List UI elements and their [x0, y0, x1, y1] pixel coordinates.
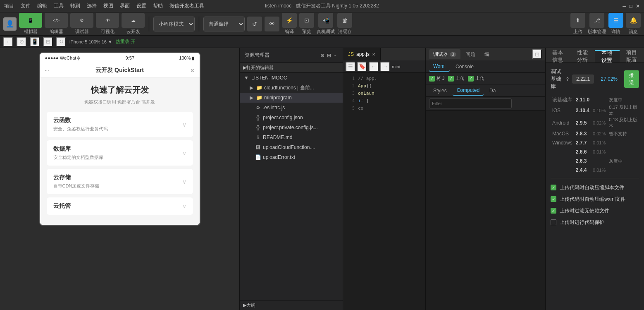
menu-item-file[interactable]: 文件	[21, 2, 31, 10]
checkbox-item-1[interactable]: ✓	[551, 196, 556, 202]
hot-reload-toggle[interactable]: 热重载 开	[116, 38, 135, 45]
menu-item-select[interactable]: 选择	[87, 2, 97, 10]
menu-item-help[interactable]: 帮助	[153, 2, 163, 10]
checkbox-0[interactable]: ✓	[429, 76, 435, 82]
qr-btn[interactable]: ⊡	[299, 13, 314, 28]
tablet-btn[interactable]: ⊟	[43, 37, 53, 47]
tab-basic-info[interactable]: 基本信息	[546, 50, 570, 62]
more-icon[interactable]: ···	[334, 53, 338, 58]
tree-item-cloudfunctions[interactable]: ▶ 📁 cloudfunctions | 当前...	[240, 83, 343, 93]
nav-title: 云开发 QuickStart	[95, 67, 144, 74]
cloud-label: 云开发	[126, 29, 140, 35]
stop-btn[interactable]: ⊙	[17, 37, 26, 47]
back-btn[interactable]: ←	[369, 62, 379, 72]
clearcache-btn[interactable]: 🗑	[337, 13, 352, 28]
menu-item-interface[interactable]: 界面	[120, 2, 130, 10]
tab-perf[interactable]: 性能分析	[570, 50, 595, 62]
open-editors-section[interactable]: ▶ 打开的编辑器	[240, 63, 343, 73]
preview-icon-btn[interactable]: 👁	[265, 17, 279, 31]
tab-name: app.js	[356, 51, 370, 57]
compile-select[interactable]: 普通编译	[203, 17, 245, 31]
tab-project-config[interactable]: 项目配置	[620, 50, 644, 62]
checkbox-1[interactable]: ✓	[448, 76, 454, 82]
card-1[interactable]: 数据库 安全稳定的文档型数据库 ∨	[47, 140, 193, 166]
avatar[interactable]: 👤	[3, 17, 17, 31]
checkbox-item-2[interactable]: ✓	[551, 208, 556, 214]
tree-item-private-config[interactable]: {} project.private.config.js...	[240, 123, 343, 132]
cloud-btn[interactable]: ☁	[122, 13, 145, 28]
compile-btn[interactable]: ⚡	[282, 13, 297, 28]
editor-tab-appjs[interactable]: JS app.js ✕	[343, 48, 381, 60]
styles-tab[interactable]: Styles	[429, 86, 451, 96]
menu-item-wechat[interactable]: 微信开发者工具	[169, 2, 204, 10]
menu-item-project[interactable]: 项目	[4, 2, 14, 10]
version-btn[interactable]: ⎇	[589, 13, 604, 28]
devtools-tab-debugger[interactable]: 调试器 3	[429, 49, 460, 59]
devtools-subtab-wxml[interactable]: Wxml	[429, 62, 450, 72]
simulator-btn[interactable]: 📱	[19, 13, 42, 28]
card-0-title: 云函数	[53, 117, 108, 124]
message-btn[interactable]: 🔔	[626, 13, 641, 28]
tree-item-miniprogram[interactable]: ▶ 📁 miniprogram	[240, 93, 343, 103]
card-2[interactable]: 云存储 自带CDN加速文件存储 ∨	[47, 169, 193, 194]
outline-section[interactable]: ▶ 大纲	[240, 300, 343, 310]
tree-item-config[interactable]: {} project.config.json	[240, 113, 343, 123]
code-line-4: 4 if (	[343, 97, 425, 104]
version-note: 0.17 及以上版本	[607, 104, 639, 117]
img-icon: 🖼	[255, 144, 261, 150]
menu-item-tools[interactable]: 工具	[54, 2, 64, 10]
forward-btn[interactable]: →	[380, 62, 390, 72]
menu-item-edit[interactable]: 编辑	[37, 2, 47, 10]
devtools-tab-extra[interactable]: 编	[480, 49, 494, 59]
new-folder-icon[interactable]: ⊞	[327, 53, 331, 58]
computed-tab[interactable]: Computed	[453, 86, 484, 96]
close-btn[interactable]: ✕	[636, 3, 640, 9]
tree-item-upload-fn[interactable]: 🖼 uploadCloudFunction....	[240, 142, 343, 152]
refresh-btn[interactable]: ↺	[247, 17, 262, 31]
checkbox-item-3[interactable]	[551, 219, 556, 225]
back-icon[interactable]: ···	[45, 67, 49, 73]
close-tab-btn[interactable]: ✕	[372, 52, 375, 57]
project-root[interactable]: ▼ LISTEN-IMOOC	[240, 73, 343, 83]
record-icon[interactable]: ⊙	[191, 67, 195, 73]
da-tab[interactable]: Da	[485, 86, 500, 96]
right-body: 调试基础库 ? 2.22.1 27.02% 推送 该基础库 2.11.0 灰度中…	[546, 63, 644, 310]
detail-btn[interactable]: ☰	[608, 13, 623, 28]
menu-item-goto[interactable]: 转到	[70, 2, 80, 10]
filter-input[interactable]	[429, 99, 512, 108]
visual-btn[interactable]: 👁	[96, 13, 119, 28]
tree-item-upload-err[interactable]: 📄 uploadError.txt	[240, 152, 343, 162]
debugger-btn[interactable]: ⚙	[70, 13, 93, 28]
menu-item-view[interactable]: 视图	[103, 2, 113, 10]
hamburger-btn[interactable]: ☰	[346, 62, 355, 72]
tab-local-settings[interactable]: 本地设置	[595, 50, 620, 62]
sdk-push-btn[interactable]: 推送	[624, 70, 639, 88]
maximize-btn[interactable]: □	[630, 3, 632, 9]
realtest-btn[interactable]: 📲	[318, 13, 333, 28]
tree-item-readme[interactable]: ℹ README.md	[240, 132, 343, 142]
checkbox-2[interactable]: ✓	[468, 76, 474, 82]
upload-group: ⬆ 上传	[570, 13, 585, 35]
checkbox-item-0[interactable]: ✓	[551, 185, 556, 190]
mode-select[interactable]: 小程序模式	[153, 17, 195, 31]
card-3[interactable]: 云托管 ∨	[47, 197, 193, 215]
inspect-btn[interactable]: ⊡	[532, 49, 542, 59]
minimize-btn[interactable]: ─	[623, 3, 626, 9]
devtools-tab-issues[interactable]: 问题	[461, 49, 479, 59]
cb-item-1: ✓ 上传	[448, 75, 465, 82]
phone-outline-btn[interactable]: 📱	[30, 37, 40, 47]
rotate-btn[interactable]: ↻	[56, 37, 66, 47]
card-0[interactable]: 云函数 安全、免鉴权运行业务代码 ∨	[47, 112, 193, 137]
computed-label: Computed	[457, 87, 479, 93]
editor-btn[interactable]: </>	[45, 13, 68, 28]
bookmark-btn[interactable]: 🔖	[357, 62, 367, 72]
arrow-left-btn[interactable]: ←	[3, 37, 13, 47]
sdk-version-btn[interactable]: 2.22.1	[572, 74, 594, 84]
new-file-icon[interactable]: ⊕	[320, 53, 324, 58]
devtools-subtab-console[interactable]: Console	[451, 62, 478, 72]
upload-btn[interactable]: ⬆	[570, 13, 585, 28]
menu-item-settings[interactable]: 设置	[136, 2, 146, 10]
tree-item-eslint[interactable]: ⚙ .eslintrc.js	[240, 103, 343, 113]
file-name-5: README.md	[263, 135, 292, 140]
code-line-3: 3 onLaun	[343, 89, 425, 97]
